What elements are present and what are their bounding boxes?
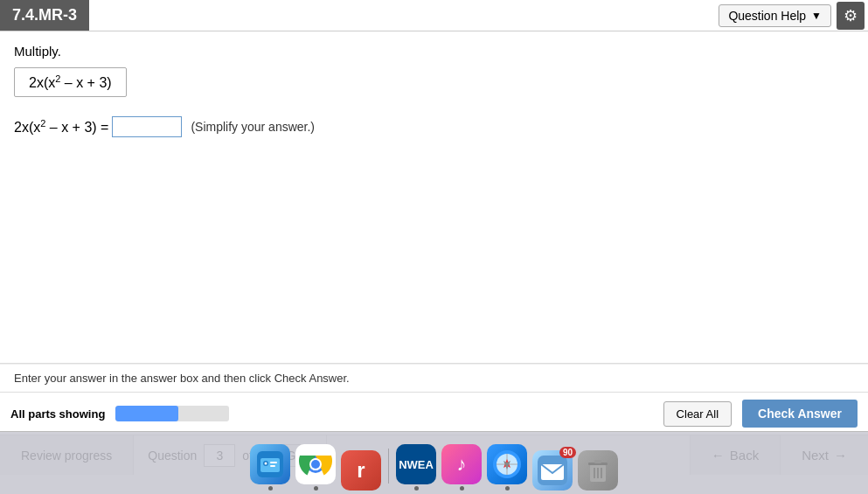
progress-bar <box>115 406 229 421</box>
settings-button[interactable]: ⚙ <box>837 2 865 30</box>
instruction-bar: Enter your answer in the answer box and … <box>0 364 868 392</box>
dock-item-finder[interactable] <box>250 444 290 491</box>
main-content: Multiply. 2x(x2 – x + 3) 2x(x2 – x + 3) … <box>0 31 868 364</box>
finder-icon[interactable] <box>250 444 290 484</box>
all-parts-label: All parts showing <box>10 407 105 421</box>
nwea-icon[interactable]: NWEA <box>396 444 436 484</box>
header: 7.4.MR-3 Question Help ▼ ⚙ <box>0 0 868 31</box>
chrome-dot <box>314 486 318 491</box>
question-help-button[interactable]: Question Help ▼ <box>719 4 831 27</box>
page-title: 7.4.MR-3 <box>0 0 89 31</box>
dock-divider <box>388 449 389 484</box>
problem-instruction: Multiply. <box>14 44 854 59</box>
finder-dot <box>268 486 273 491</box>
mail-icon[interactable]: 90 <box>532 450 573 491</box>
svg-point-11 <box>311 460 320 469</box>
progress-bar-fill <box>115 406 178 421</box>
instruction-text: Enter your answer in the answer box and … <box>14 372 350 385</box>
gear-icon: ⚙ <box>844 6 858 25</box>
simplify-note: (Simplify your answer.) <box>191 120 315 134</box>
question-help-label: Question Help <box>728 9 806 23</box>
dropdown-arrow-icon: ▼ <box>811 10 822 22</box>
clear-all-button[interactable]: Clear All <box>663 401 732 427</box>
dock: r NWEA ♪ 90 <box>0 431 868 494</box>
parts-bar: All parts showing Clear All Check Answer <box>0 392 868 435</box>
svg-rect-1 <box>260 458 280 472</box>
svg-rect-5 <box>270 465 275 467</box>
trash-icon[interactable] <box>578 450 618 491</box>
dock-item-itunes[interactable]: ♪ <box>441 444 482 491</box>
dock-item-nwea[interactable]: NWEA <box>396 444 436 491</box>
itunes-icon[interactable]: ♪ <box>441 444 482 484</box>
dock-item-chrome[interactable] <box>295 444 336 491</box>
math-equation-line: 2x(x2 – x + 3) = (Simplify your answer.) <box>14 116 854 137</box>
dock-item-trash[interactable] <box>578 450 618 491</box>
dock-item-safari[interactable] <box>487 444 527 491</box>
reeder-icon[interactable]: r <box>341 450 381 491</box>
math-expression: 2x(x2 – x + 3) <box>14 67 127 97</box>
expression-text: 2x(x2 – x + 3) <box>29 75 112 90</box>
check-answer-button[interactable]: Check Answer <box>742 400 858 428</box>
mail-badge: 90 <box>559 447 576 458</box>
chrome-icon[interactable] <box>295 444 336 484</box>
dock-item-reeder[interactable]: r <box>341 450 381 491</box>
svg-point-3 <box>265 463 267 465</box>
svg-rect-22 <box>594 460 601 463</box>
equation-prefix: 2x(x2 – x + 3) = <box>14 118 108 136</box>
itunes-dot <box>460 486 464 491</box>
nwea-dot <box>414 486 419 491</box>
dock-item-mail[interactable]: 90 <box>532 450 573 491</box>
safari-icon[interactable] <box>487 444 527 484</box>
svg-rect-4 <box>270 462 277 463</box>
answer-input-box[interactable] <box>112 116 182 137</box>
safari-dot <box>505 486 510 491</box>
